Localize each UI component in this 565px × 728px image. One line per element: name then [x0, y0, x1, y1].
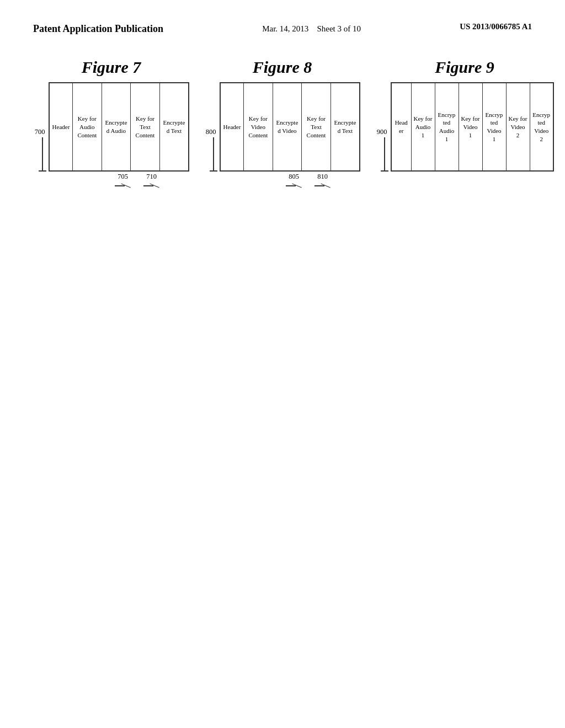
cell-header-7: Header [49, 83, 73, 171]
publication-date-sheet: Mar. 14, 2013 Sheet 3 of 10 [262, 22, 361, 35]
cell-key-video2-9: Key for Video 2 [506, 83, 530, 171]
cell-key-text-7: Key for Text Content [131, 83, 160, 171]
figure-8-table: Header Key for Video Content Encrypted V… [220, 82, 360, 172]
figure-8-group: Figure 8 800 Header Key for Video Conten… [204, 58, 360, 190]
figure-7-table: Header Key for Audio Content Encrypted A… [49, 82, 189, 172]
cell-key-text-8: Key for Text Content [302, 83, 331, 171]
figure-9-group: Figure 9 900 Header Key for Audio 1 Encr… [375, 58, 554, 172]
ref-700: 700 [35, 128, 45, 136]
cell-enc-text-8: Encrypted Text [331, 83, 360, 171]
cell-enc-audio1-9: Encrypted Audio 1 [435, 83, 459, 171]
cell-key-audio-7: Key for Audio Content [73, 83, 102, 171]
figure-7-group: Figure 7 700 Header Key for Audio Conten… [33, 58, 189, 190]
pub-number: US 2013/0066785 A1 [460, 22, 532, 31]
ref-805: 805 [289, 173, 299, 181]
figure-9-table: Header Key for Audio 1 Encrypted Audio 1… [391, 82, 554, 172]
cell-key-video-8: Key for Video Content [244, 83, 273, 171]
ref-705: 705 [118, 173, 128, 181]
figures-row: Figure 7 700 Header Key for Audio Conten… [33, 58, 543, 190]
main-content: Figure 7 700 Header Key for Audio Conten… [0, 47, 565, 201]
cell-header-9: Header [391, 83, 411, 171]
sheet-info: Sheet 3 of 10 [317, 24, 361, 33]
ref-810: 810 [317, 173, 328, 181]
cell-enc-video2-9: Encrypted Video 2 [530, 83, 553, 171]
pub-date: Mar. 14, 2013 [262, 24, 308, 33]
cell-enc-audio-7: Encrypted Audio [102, 83, 131, 171]
cell-enc-video1-9: Encrypted Video 1 [482, 83, 506, 171]
figure-7-title: Figure 7 [37, 58, 186, 77]
cell-key-video1-9: Key for Video 1 [459, 83, 482, 171]
ref-710: 710 [146, 173, 157, 181]
cell-header-8: Header [220, 83, 244, 171]
ref-800: 800 [206, 128, 216, 136]
figure-9-title: Figure 9 [390, 58, 539, 77]
cell-key-audio1-9: Key for Audio 1 [411, 83, 435, 171]
cell-enc-text-7: Encrypted Text [159, 83, 189, 171]
cell-enc-video-8: Encrypted Video [273, 83, 302, 171]
ref-900: 900 [377, 128, 387, 136]
figure-8-title: Figure 8 [208, 58, 357, 77]
publication-label: Patent Application Publication [33, 22, 163, 36]
page-header: Patent Application Publication Mar. 14, … [0, 0, 565, 47]
